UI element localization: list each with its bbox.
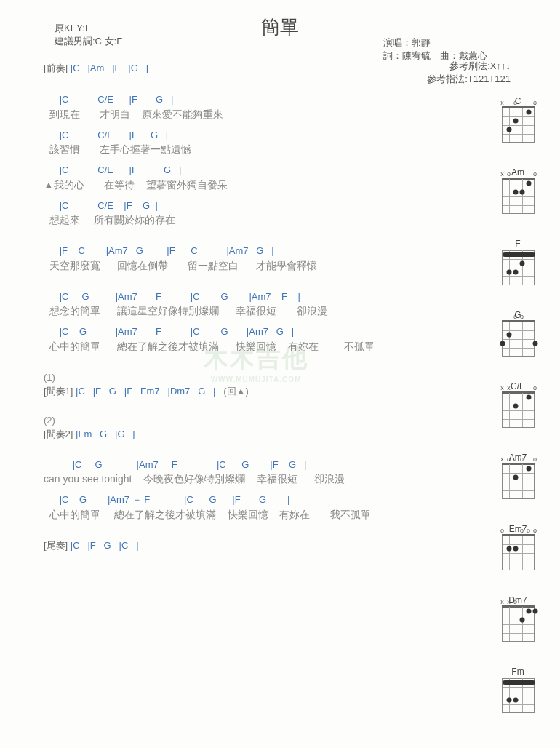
lyric-line: can you see tonight 今晚夜色好像特別燦爛 幸福很短 卻浪漫 (44, 472, 411, 487)
chord-diagram-Em7: Em7oooo (499, 524, 537, 570)
interlude-line: [間奏2] |Fm G |G | (44, 427, 411, 442)
chord-line: |C C/E |F G | (44, 128, 411, 143)
chord-line: |C G |Am7 － F |C G |F G | (44, 493, 411, 507)
strum-pattern: 參考刷法:X↑↑↓ (427, 60, 511, 73)
lyric-line: 想念的簡單 讓這星空好像特別燦爛 幸福很短 卻浪漫 (44, 303, 411, 319)
outro-chords: |C |F G |C | (71, 540, 139, 551)
interlude-line: [間奏1] |C |F G |F Em7 |Dm7 G | (回▲) (44, 384, 411, 399)
song-body: [前奏] |C |Am |F |G | |C C/E |F G | 到現在 才明… (0, 62, 465, 552)
lyric-line: 心中的簡單 總在了解之後才被填滿 快樂回憶 有妳在 我不孤單 (44, 507, 411, 522)
chord-name: C (499, 96, 537, 106)
chord-diagrams: CxooAmxooFGooC/ExxoAm7xoooEm7ooooDm7xxoF… (499, 96, 543, 713)
chord-diagram-Dm7: Dm7xxo (499, 595, 537, 642)
chord-line: |C C/E |F G | (44, 92, 411, 107)
intro-line: [前奏] |C |Am |F |G | (44, 62, 411, 75)
lyric-line: 該習慣 左手心握著一點遺憾 (44, 142, 411, 157)
intro-label: [前奏] (44, 63, 71, 73)
chord-diagram-C-E: C/Exxo (499, 381, 537, 428)
interlude-number: (2) (44, 413, 411, 428)
chord-line: |C C/E |F G | (44, 163, 411, 178)
fretboard: xxo (502, 607, 535, 642)
outro-line: [尾奏] |C |F G |C | (44, 538, 411, 553)
chord-name: Em7 (499, 524, 537, 534)
fretboard: xxo (502, 393, 535, 428)
lyric-line: 想起來 所有關於妳的存在 (44, 212, 411, 228)
chord-diagram-G: Goo (499, 310, 537, 357)
chord-name: Am (499, 167, 537, 178)
finger-pattern: 參考指法:T121T121 (427, 73, 511, 86)
chord-line: |F C |Am7 G |F C |Am7 G | (44, 244, 411, 258)
interlude-number: (1) (44, 370, 411, 385)
chord-name: C/E (499, 381, 537, 391)
chord-name: Am7 (499, 453, 537, 463)
fretboard: xoo (502, 108, 535, 143)
chord-line: |C G |Am7 F |C G |F G | (44, 458, 411, 472)
chord-name: G (499, 310, 537, 320)
key-info: 原KEY:F 建議男調:C 女:F (55, 22, 122, 48)
fretboard (502, 250, 535, 285)
chord-line: |C C/E |F G | (44, 199, 411, 213)
chord-line: |C G |Am7 F |C G |Am7 F | (44, 290, 411, 304)
fretboard: oooo (502, 536, 535, 570)
outro-label: [尾奏] (44, 540, 71, 551)
intro-chords: |C |Am |F |G | (71, 63, 148, 73)
fretboard (502, 678, 535, 713)
chord-line: |C G |Am7 F |C G |Am7 G | (44, 325, 411, 339)
chord-name: Fm (499, 667, 537, 677)
chord-name: Dm7 (499, 595, 537, 605)
chord-diagram-Am7: Am7xooo (499, 453, 537, 499)
lyric-line: ▲我的心 在等待 望著窗外獨自發呆 (44, 178, 411, 193)
lyric-line: 到現在 才明白 原來愛不能夠重來 (44, 107, 411, 122)
lyric-line: 心中的簡單 總在了解之後才被填滿 快樂回憶 有妳在 不孤單 (44, 339, 411, 354)
singer: 演唱：郭靜 (383, 36, 487, 49)
original-key: 原KEY:F (55, 22, 122, 35)
reference-info: 參考刷法:X↑↑↓ 參考指法:T121T121 (427, 60, 511, 86)
credits: 演唱：郭靜 詞：陳宥毓 曲：戴蕙心 (383, 36, 487, 63)
chord-diagram-Am: Amxoo (499, 167, 537, 214)
chord-diagram-F: F (499, 239, 537, 285)
lyric-line: 天空那麼寬 回憶在倒帶 留一點空白 才能學會釋懷 (44, 258, 411, 274)
fretboard: xoo (502, 179, 535, 214)
fretboard: xooo (502, 464, 535, 499)
chord-diagram-C: Cxoo (499, 96, 537, 143)
header: 簡單 原KEY:F 建議男調:C 女:F 演唱：郭靜 詞：陳宥毓 曲：戴蕙心 (0, 15, 560, 40)
chord-diagram-Fm: Fm (499, 667, 537, 713)
suggested-key: 建議男調:C 女:F (55, 35, 122, 48)
chord-name: F (499, 239, 537, 249)
fretboard: oo (502, 322, 535, 357)
